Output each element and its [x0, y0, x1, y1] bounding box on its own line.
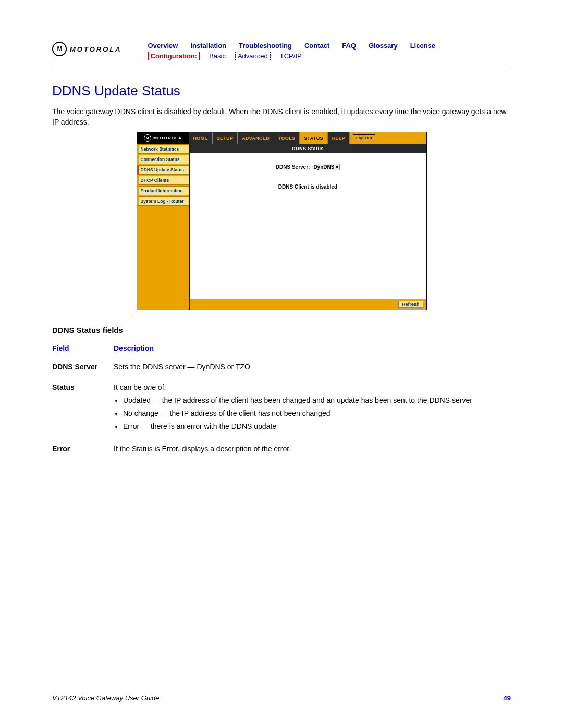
- nav-troubleshooting[interactable]: Troubleshooting: [239, 42, 292, 50]
- nav-glossary[interactable]: Glossary: [369, 42, 398, 50]
- router-screenshot: M MOTOROLA HOME SETUP ADVANCED TOOLS STA…: [137, 132, 427, 310]
- status-bullet: Error — there is an error with the DDNS …: [123, 421, 501, 432]
- ddns-server-select[interactable]: DynDNS ▾: [312, 164, 340, 170]
- sub-nav: Configuration: Basic Advanced TCP/IP: [148, 52, 511, 60]
- nav-contact[interactable]: Contact: [304, 42, 329, 50]
- page-title: DDNS Update Status: [52, 83, 511, 99]
- fields-table: Field Description DDNS Server Sets the D…: [52, 342, 511, 461]
- logo-text: MOTOROLA: [70, 45, 122, 53]
- ddns-server-value: DynDNS: [313, 164, 334, 170]
- configuration-label: Configuration:: [148, 52, 200, 60]
- router-sidebar: Network Statistics Connection Status DDN…: [137, 144, 189, 310]
- field-ddns-server: DDNS Server: [52, 359, 114, 379]
- footer-guide-name: VT2142 Voice Gateway User Guide: [52, 694, 159, 702]
- field-error: Error: [52, 440, 114, 461]
- subnav-basic[interactable]: Basic: [209, 52, 226, 60]
- header-divider: [52, 67, 511, 67]
- sidebar-ddns-update-status[interactable]: DDNS Update Status: [137, 165, 189, 175]
- sidebar-network-statistics[interactable]: Network Statistics: [137, 144, 189, 154]
- router-tab-advanced[interactable]: ADVANCED: [238, 132, 274, 144]
- sidebar-dhcp-clients[interactable]: DHCP Clients: [137, 176, 189, 185]
- intro-paragraph: The voice gateway DDNS client is disable…: [52, 106, 511, 128]
- sidebar-product-information[interactable]: Product Information: [137, 186, 189, 195]
- router-tab-status[interactable]: STATUS: [300, 132, 327, 144]
- sidebar-connection-status[interactable]: Connection Status: [137, 155, 189, 164]
- router-tab-setup[interactable]: SETUP: [213, 132, 238, 144]
- panel-title: DDNS Status: [190, 144, 426, 153]
- router-batwing-icon: M: [144, 134, 151, 142]
- table-row: Error If the Status is Error, displays a…: [52, 440, 511, 461]
- nav-faq[interactable]: FAQ: [342, 42, 356, 50]
- logout-button[interactable]: Log Out: [353, 134, 375, 141]
- top-nav: Overview Installation Troubleshooting Co…: [148, 42, 511, 50]
- nav-installation[interactable]: Installation: [190, 42, 226, 50]
- desc-error: If the Status is Error, displays a descr…: [114, 440, 511, 461]
- router-logo: M MOTOROLA: [137, 132, 189, 144]
- col-head-description: Description: [114, 342, 511, 359]
- field-status: Status: [52, 379, 114, 440]
- table-row: DDNS Server Sets the DDNS server — DynDN…: [52, 359, 511, 379]
- fields-section-title: DDNS Status fields: [52, 326, 511, 335]
- subnav-advanced[interactable]: Advanced: [235, 52, 271, 60]
- desc-ddns-server: Sets the DDNS server — DynDNS or TZO: [114, 359, 511, 379]
- sidebar-system-log-router[interactable]: System Log - Router: [137, 196, 189, 206]
- nav-overview[interactable]: Overview: [148, 42, 178, 50]
- nav-license[interactable]: License: [410, 42, 435, 50]
- status-bullet: Updated — the IP address of the client h…: [123, 395, 501, 406]
- status-bullet: No change — the IP address of the client…: [123, 408, 501, 419]
- ddns-disabled-message: DDNS Client is disabled: [278, 184, 337, 190]
- motorola-logo: M MOTOROLA: [52, 42, 122, 56]
- ddns-server-label: DDNS Server:: [276, 164, 310, 170]
- router-logo-text: MOTOROLA: [153, 135, 182, 140]
- page-number: 49: [504, 694, 511, 702]
- refresh-button[interactable]: Refresh: [398, 301, 423, 308]
- col-head-field: Field: [52, 342, 114, 359]
- motorola-batwing-icon: M: [52, 42, 67, 56]
- subnav-tcpip[interactable]: TCP/IP: [280, 52, 302, 60]
- router-tab-help[interactable]: HELP: [328, 132, 350, 144]
- table-row: Status It can be one of: Updated — the I…: [52, 379, 511, 440]
- desc-status: It can be one of: Updated — the IP addre…: [114, 379, 511, 440]
- router-tab-tools[interactable]: TOOLS: [274, 132, 300, 144]
- router-tab-home[interactable]: HOME: [189, 132, 213, 144]
